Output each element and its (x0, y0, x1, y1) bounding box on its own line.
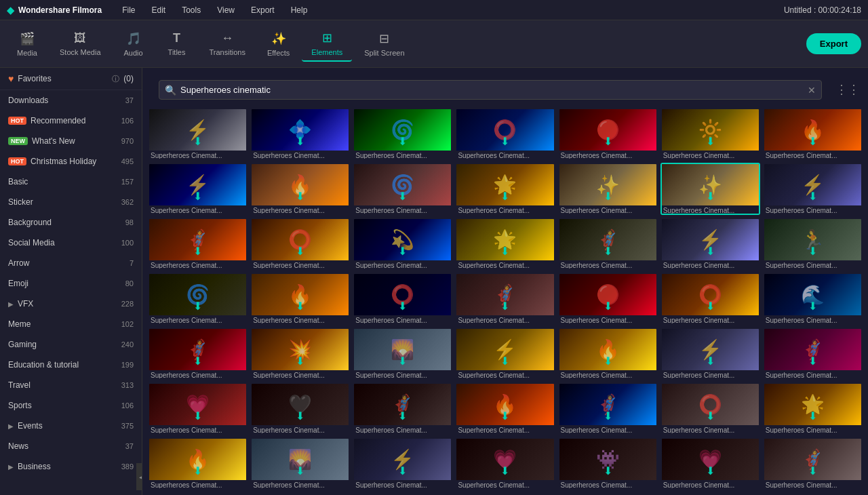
sidebar-item-sticker[interactable]: Sticker 362 (0, 192, 142, 212)
grid-item-17[interactable]: 💫 ⬇ Superheroes Cinemat... (353, 218, 452, 270)
download-icon[interactable]: ⬇ (808, 464, 817, 477)
toolbar-titles[interactable]: T Titles (157, 27, 197, 60)
sidebar-item-news[interactable]: News 37 (0, 436, 142, 456)
download-icon[interactable]: ⬇ (500, 245, 509, 258)
download-icon[interactable]: ⬇ (296, 300, 304, 313)
download-icon[interactable]: ⬇ (296, 410, 304, 422)
grid-item-4[interactable]: ⭕ ⬇ Superheroes Cinemat... (455, 108, 555, 160)
sidebar-item-gaming[interactable]: Gaming 240 (0, 334, 142, 355)
download-icon[interactable]: ⬇ (808, 410, 817, 422)
grid-item-41[interactable]: ⭕ ⬇ Superheroes Cinemat... (660, 382, 760, 435)
grid-item-43[interactable]: 🔥 ⬇ Superheroes Cinemat... (148, 437, 248, 490)
grid-item-47[interactable]: 👾 ⬇ Superheroes Cinemat... (558, 437, 658, 490)
download-icon[interactable]: ⬇ (296, 245, 304, 258)
grid-item-16[interactable]: ⭕ ⬇ Superheroes Cinemat... (250, 218, 350, 270)
grid-item-48[interactable]: 💗 ⬇ Superheroes Cinemat... (660, 437, 760, 490)
menu-tools[interactable]: Tools (179, 4, 203, 16)
download-icon[interactable]: ⬇ (706, 190, 715, 203)
toolbar-stock-media[interactable]: 🖼 Stock Media (50, 27, 111, 60)
menu-export[interactable]: Export (248, 4, 277, 16)
download-icon[interactable]: ⬇ (808, 245, 817, 258)
download-icon[interactable]: ⬇ (296, 190, 304, 203)
download-icon[interactable]: ⬇ (398, 300, 407, 313)
toolbar-media[interactable]: 🎬 Media (7, 27, 47, 61)
download-icon[interactable]: ⬇ (604, 245, 612, 258)
download-icon[interactable]: ⬇ (193, 300, 202, 313)
search-input[interactable] (180, 81, 804, 99)
grid-item-33[interactable]: 🔥 ⬇ Superheroes Cinemat... (558, 328, 658, 380)
grid-item-36[interactable]: 💗 ⬇ Superheroes Cinemat... (148, 382, 248, 435)
download-icon[interactable]: ⬇ (296, 135, 304, 148)
grid-item-1[interactable]: ⚡ ⬇ Superheroes Cinemat... (148, 108, 248, 160)
grid-item-45[interactable]: ⚡ ⬇ Superheroes Cinemat... (353, 437, 452, 490)
download-icon[interactable]: ⬇ (706, 300, 715, 313)
grid-item-38[interactable]: 🦸 ⬇ Superheroes Cinemat... (353, 382, 452, 435)
download-icon[interactable]: ⬇ (604, 464, 612, 477)
grid-item-11[interactable]: 🌟 ⬇ Superheroes Cinemat... (455, 163, 555, 215)
download-icon[interactable]: ⬇ (296, 355, 304, 368)
download-icon[interactable]: ⬇ (604, 190, 612, 203)
sidebar-item-arrow[interactable]: Arrow 7 (0, 253, 142, 273)
grid-item-27[interactable]: ⭕ ⬇ Superheroes Cinemat... (660, 273, 760, 325)
download-icon[interactable]: ⬇ (398, 190, 407, 203)
grid-options-button[interactable]: ⋮⋮ (835, 82, 860, 97)
grid-item-24[interactable]: ⭕ ⬇ Superheroes Cinemat... (353, 273, 452, 325)
grid-item-5[interactable]: 🔴 ⬇ Superheroes Cinemat... (558, 108, 658, 160)
download-icon[interactable]: ⬇ (398, 410, 407, 422)
sidebar-item-business[interactable]: ▶ Business 389 (0, 456, 142, 477)
toolbar-split-screen[interactable]: ⊟ Split Screen (355, 27, 414, 61)
grid-item-21[interactable]: 🏃 ⬇ Superheroes Cinemat... (763, 218, 863, 270)
grid-item-49[interactable]: 🦸 ⬇ Superheroes Cinemat... (763, 437, 863, 490)
menu-help[interactable]: Help (288, 4, 311, 16)
sidebar-item-travel[interactable]: Travel 313 (0, 375, 142, 395)
download-icon[interactable]: ⬇ (398, 135, 407, 148)
search-clear-button[interactable]: ✕ (808, 85, 816, 96)
toolbar-audio[interactable]: 🎵 Audio (113, 27, 154, 61)
menu-edit[interactable]: Edit (149, 4, 168, 16)
sidebar-item-events[interactable]: ▶ Events 375 (0, 416, 142, 436)
grid-item-44[interactable]: 🌄 ⬇ Superheroes Cinemat... (250, 437, 350, 490)
grid-item-25[interactable]: 🦸 ⬇ Superheroes Cinemat... (455, 273, 555, 325)
grid-item-22[interactable]: 🌀 ⬇ Superheroes Cinemat... (148, 273, 248, 325)
grid-item-26[interactable]: 🔴 ⬇ Superheroes Cinemat... (558, 273, 658, 325)
grid-item-15[interactable]: 🦸 ⬇ Superheroes Cinemat... (148, 218, 248, 270)
sidebar-item-emoji[interactable]: Emoji 80 (0, 273, 142, 294)
toolbar-elements[interactable]: ⊞ Elements (302, 26, 352, 62)
download-icon[interactable]: ⬇ (193, 135, 202, 148)
sidebar-item-meme[interactable]: Meme 102 (0, 314, 142, 334)
download-icon[interactable]: ⬇ (604, 355, 612, 368)
grid-item-23[interactable]: 🔥 ⬇ Superheroes Cinemat... (250, 273, 350, 325)
sidebar-item-social-media[interactable]: Social Media 100 (0, 233, 142, 253)
grid-item-9[interactable]: 🔥 ⬇ Superheroes Cinemat... (250, 163, 350, 215)
grid-item-29[interactable]: 🦸 ⬇ Superheroes Cinemat... (148, 328, 248, 380)
download-icon[interactable]: ⬇ (193, 355, 202, 368)
download-icon[interactable]: ⬇ (500, 410, 509, 422)
grid-item-31[interactable]: 🌄 ⬇ Superheroes Cinemat... (353, 328, 452, 380)
download-icon[interactable]: ⬇ (398, 464, 407, 477)
download-icon[interactable]: ⬇ (500, 355, 509, 368)
sidebar-item-sports[interactable]: Sports 106 (0, 395, 142, 416)
grid-item-18[interactable]: 🌟 ⬇ Superheroes Cinemat... (455, 218, 555, 270)
download-icon[interactable]: ⬇ (500, 135, 509, 148)
grid-item-35[interactable]: 🦸 ⬇ Superheroes Cinemat... (763, 328, 863, 380)
grid-item-12[interactable]: ✨ ⬇ Superheroes Cinemat... (558, 163, 658, 215)
download-icon[interactable]: ⬇ (706, 410, 715, 422)
grid-item-34[interactable]: ⚡ ⬇ Superheroes Cinemat... (660, 328, 760, 380)
download-icon[interactable]: ⬇ (808, 355, 817, 368)
sidebar-item-downloads[interactable]: Downloads 37 (0, 90, 142, 111)
grid-item-46[interactable]: 💗 ⬇ Superheroes Cinemat... (455, 437, 555, 490)
download-icon[interactable]: ⬇ (604, 135, 612, 148)
grid-item-40[interactable]: 🦸 ⬇ Superheroes Cinemat... (558, 382, 658, 435)
download-icon[interactable]: ⬇ (193, 410, 202, 422)
grid-item-20[interactable]: ⚡ ⬇ Superheroes Cinemat... (660, 218, 760, 270)
sidebar-item-vfx[interactable]: ▶ VFX 228 (0, 294, 142, 314)
grid-item-39[interactable]: 🔥 ⬇ Superheroes Cinemat... (455, 382, 555, 435)
sidebar-favorites[interactable]: ♥ Favorites ⓘ (0) (0, 68, 142, 90)
sidebar-item-background[interactable]: Background 98 (0, 212, 142, 233)
grid-item-37[interactable]: 🖤 ⬇ Superheroes Cinemat... (250, 382, 350, 435)
download-icon[interactable]: ⬇ (193, 464, 202, 477)
download-icon[interactable]: ⬇ (706, 135, 715, 148)
download-icon[interactable]: ⬇ (296, 464, 304, 477)
grid-item-42[interactable]: 🌟 ⬇ Superheroes Cinemat... (763, 382, 863, 435)
download-icon[interactable]: ⬇ (604, 410, 612, 422)
